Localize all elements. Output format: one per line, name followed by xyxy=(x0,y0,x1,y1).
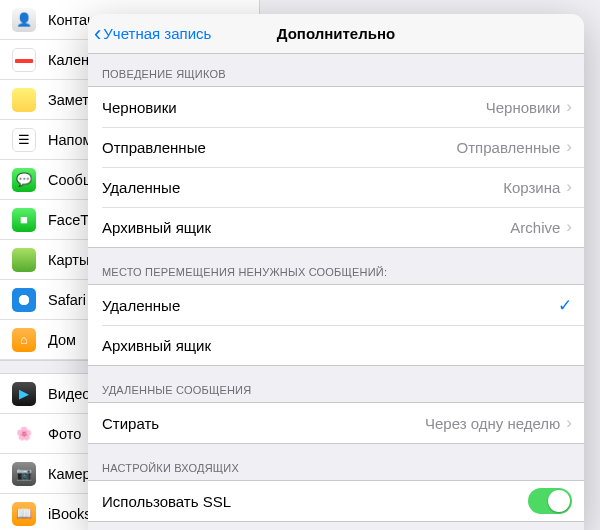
sidebar-label: Фото xyxy=(48,426,81,442)
row-sent[interactable]: Отправленные Отправленные › xyxy=(88,127,584,167)
nav-bar: ‹ Учетная запись Дополнительно xyxy=(88,14,584,54)
chevron-right-icon: › xyxy=(566,137,572,157)
contacts-icon: 👤 xyxy=(12,8,36,32)
row-discard-deleted[interactable]: Удаленные ✓ xyxy=(88,285,584,325)
sidebar-label: Карты xyxy=(48,252,89,268)
row-key: Удаленные xyxy=(102,179,503,196)
checkmark-icon: ✓ xyxy=(558,295,572,316)
row-value: Корзина xyxy=(503,179,560,196)
notes-icon xyxy=(12,88,36,112)
messages-icon: 💬 xyxy=(12,168,36,192)
back-button[interactable]: ‹ Учетная запись xyxy=(88,23,211,45)
row-key: Архивный ящик xyxy=(102,219,510,236)
row-archive[interactable]: Архивный ящик Archive › xyxy=(88,207,584,247)
deleted-messages-group: Стирать Через одну неделю › xyxy=(88,402,584,444)
row-deleted[interactable]: Удаленные Корзина › xyxy=(88,167,584,207)
row-key: Черновики xyxy=(102,99,486,116)
calendar-icon xyxy=(12,48,36,72)
incoming-settings-group: Использовать SSL xyxy=(88,480,584,522)
mailbox-behaviors-group: Черновики Черновики › Отправленные Отпра… xyxy=(88,86,584,248)
group-header-mailbox-behaviors: ПОВЕДЕНИЕ ЯЩИКОВ xyxy=(88,54,584,86)
row-drafts[interactable]: Черновики Черновики › xyxy=(88,87,584,127)
ssl-toggle[interactable] xyxy=(528,488,572,514)
safari-icon xyxy=(12,288,36,312)
sidebar-label: Safari xyxy=(48,292,86,308)
row-value: Через одну неделю xyxy=(425,415,560,432)
advanced-settings-sheet: ‹ Учетная запись Дополнительно ПОВЕДЕНИЕ… xyxy=(88,14,584,530)
home-icon: ⌂ xyxy=(12,328,36,352)
row-key: Удаленные xyxy=(102,297,552,314)
row-key: Использовать SSL xyxy=(102,493,528,510)
row-discard-archive[interactable]: Архивный ящик xyxy=(88,325,584,365)
row-value: Отправленные xyxy=(457,139,561,156)
move-discarded-group: Удаленные ✓ Архивный ящик xyxy=(88,284,584,366)
row-use-ssl: Использовать SSL xyxy=(88,481,584,521)
facetime-icon: ■ xyxy=(12,208,36,232)
maps-icon xyxy=(12,248,36,272)
row-value: Черновики xyxy=(486,99,561,116)
video-icon: ▶ xyxy=(12,382,36,406)
chevron-right-icon: › xyxy=(566,177,572,197)
sidebar-label: iBooks xyxy=(48,506,92,522)
row-remove[interactable]: Стирать Через одну неделю › xyxy=(88,403,584,443)
chevron-right-icon: › xyxy=(566,413,572,433)
row-key: Стирать xyxy=(102,415,425,432)
chevron-right-icon: › xyxy=(566,97,572,117)
row-key: Архивный ящик xyxy=(102,337,572,354)
row-key: Отправленные xyxy=(102,139,457,156)
camera-icon: 📷 xyxy=(12,462,36,486)
sidebar-label: Дом xyxy=(48,332,76,348)
group-header-move-discarded: МЕСТО ПЕРЕМЕЩЕНИЯ НЕНУЖНЫХ СООБЩЕНИЙ: xyxy=(88,248,584,284)
back-label: Учетная запись xyxy=(103,25,211,42)
row-value: Archive xyxy=(510,219,560,236)
reminders-icon: ☰ xyxy=(12,128,36,152)
group-header-incoming-settings: НАСТРОЙКИ ВХОДЯЩИХ xyxy=(88,444,584,480)
sidebar-label: Видео xyxy=(48,386,90,402)
ibooks-icon: 📖 xyxy=(12,502,36,526)
group-header-deleted-messages: УДАЛЕННЫЕ СООБЩЕНИЯ xyxy=(88,366,584,402)
chevron-right-icon: › xyxy=(566,217,572,237)
scroll-content[interactable]: ПОВЕДЕНИЕ ЯЩИКОВ Черновики Черновики › О… xyxy=(88,54,584,530)
chevron-left-icon: ‹ xyxy=(94,23,101,45)
photo-icon: 🌸 xyxy=(12,422,36,446)
